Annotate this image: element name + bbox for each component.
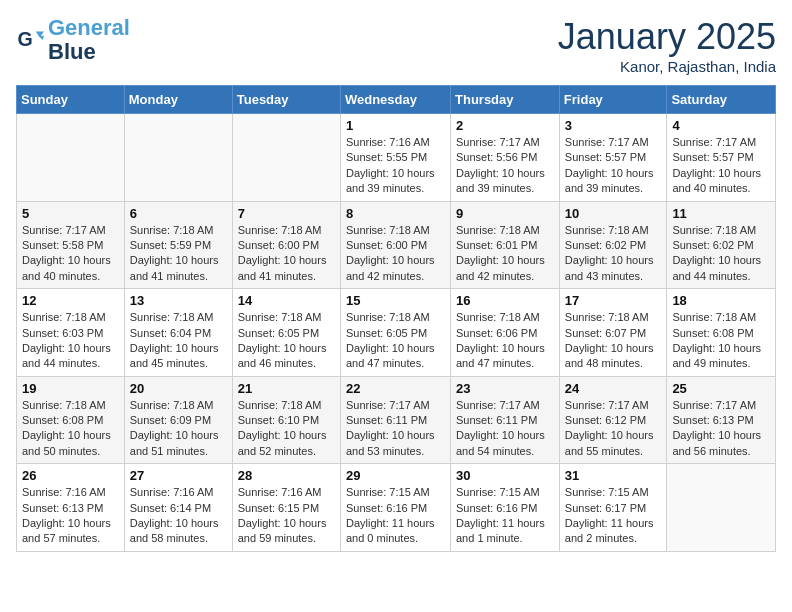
- day-number: 4: [672, 118, 770, 133]
- day-info: Sunrise: 7:18 AM Sunset: 6:07 PM Dayligh…: [565, 310, 662, 372]
- day-number: 30: [456, 468, 554, 483]
- calendar-cell: 26Sunrise: 7:16 AM Sunset: 6:13 PM Dayli…: [17, 464, 125, 552]
- header-friday: Friday: [559, 86, 667, 114]
- calendar-cell: [124, 114, 232, 202]
- day-info: Sunrise: 7:17 AM Sunset: 6:12 PM Dayligh…: [565, 398, 662, 460]
- calendar-cell: 6Sunrise: 7:18 AM Sunset: 5:59 PM Daylig…: [124, 201, 232, 289]
- day-number: 31: [565, 468, 662, 483]
- day-info: Sunrise: 7:18 AM Sunset: 6:00 PM Dayligh…: [346, 223, 445, 285]
- day-info: Sunrise: 7:18 AM Sunset: 5:59 PM Dayligh…: [130, 223, 227, 285]
- calendar-cell: [667, 464, 776, 552]
- calendar-cell: 31Sunrise: 7:15 AM Sunset: 6:17 PM Dayli…: [559, 464, 667, 552]
- calendar-cell: 11Sunrise: 7:18 AM Sunset: 6:02 PM Dayli…: [667, 201, 776, 289]
- title-block: January 2025 Kanor, Rajasthan, India: [558, 16, 776, 75]
- day-number: 8: [346, 206, 445, 221]
- day-number: 26: [22, 468, 119, 483]
- logo-text-line1: General: [48, 16, 130, 40]
- day-info: Sunrise: 7:17 AM Sunset: 5:57 PM Dayligh…: [672, 135, 770, 197]
- day-info: Sunrise: 7:16 AM Sunset: 5:55 PM Dayligh…: [346, 135, 445, 197]
- day-number: 9: [456, 206, 554, 221]
- page-header: G General Blue January 2025 Kanor, Rajas…: [16, 16, 776, 75]
- day-number: 19: [22, 381, 119, 396]
- day-number: 5: [22, 206, 119, 221]
- calendar-cell: 3Sunrise: 7:17 AM Sunset: 5:57 PM Daylig…: [559, 114, 667, 202]
- day-info: Sunrise: 7:18 AM Sunset: 6:10 PM Dayligh…: [238, 398, 335, 460]
- day-info: Sunrise: 7:15 AM Sunset: 6:17 PM Dayligh…: [565, 485, 662, 547]
- header-sunday: Sunday: [17, 86, 125, 114]
- day-number: 29: [346, 468, 445, 483]
- calendar-cell: 12Sunrise: 7:18 AM Sunset: 6:03 PM Dayli…: [17, 289, 125, 377]
- calendar-cell: 24Sunrise: 7:17 AM Sunset: 6:12 PM Dayli…: [559, 376, 667, 464]
- day-info: Sunrise: 7:15 AM Sunset: 6:16 PM Dayligh…: [456, 485, 554, 547]
- calendar-cell: 10Sunrise: 7:18 AM Sunset: 6:02 PM Dayli…: [559, 201, 667, 289]
- logo-text-line2: Blue: [48, 40, 130, 64]
- day-number: 11: [672, 206, 770, 221]
- day-info: Sunrise: 7:18 AM Sunset: 6:02 PM Dayligh…: [565, 223, 662, 285]
- calendar-cell: 14Sunrise: 7:18 AM Sunset: 6:05 PM Dayli…: [232, 289, 340, 377]
- calendar-cell: 8Sunrise: 7:18 AM Sunset: 6:00 PM Daylig…: [340, 201, 450, 289]
- calendar-cell: 18Sunrise: 7:18 AM Sunset: 6:08 PM Dayli…: [667, 289, 776, 377]
- day-number: 12: [22, 293, 119, 308]
- calendar-table: SundayMondayTuesdayWednesdayThursdayFrid…: [16, 85, 776, 552]
- calendar-cell: 22Sunrise: 7:17 AM Sunset: 6:11 PM Dayli…: [340, 376, 450, 464]
- location: Kanor, Rajasthan, India: [558, 58, 776, 75]
- svg-text:G: G: [17, 28, 32, 50]
- svg-marker-2: [38, 36, 44, 40]
- day-number: 22: [346, 381, 445, 396]
- day-info: Sunrise: 7:18 AM Sunset: 6:06 PM Dayligh…: [456, 310, 554, 372]
- day-number: 2: [456, 118, 554, 133]
- day-info: Sunrise: 7:18 AM Sunset: 6:02 PM Dayligh…: [672, 223, 770, 285]
- day-info: Sunrise: 7:16 AM Sunset: 6:14 PM Dayligh…: [130, 485, 227, 547]
- day-number: 1: [346, 118, 445, 133]
- logo-icon: G: [16, 26, 44, 54]
- day-info: Sunrise: 7:17 AM Sunset: 6:13 PM Dayligh…: [672, 398, 770, 460]
- calendar-cell: 27Sunrise: 7:16 AM Sunset: 6:14 PM Dayli…: [124, 464, 232, 552]
- calendar-week-1: 1Sunrise: 7:16 AM Sunset: 5:55 PM Daylig…: [17, 114, 776, 202]
- calendar-cell: 4Sunrise: 7:17 AM Sunset: 5:57 PM Daylig…: [667, 114, 776, 202]
- day-number: 27: [130, 468, 227, 483]
- day-info: Sunrise: 7:18 AM Sunset: 6:05 PM Dayligh…: [238, 310, 335, 372]
- header-wednesday: Wednesday: [340, 86, 450, 114]
- calendar-cell: 5Sunrise: 7:17 AM Sunset: 5:58 PM Daylig…: [17, 201, 125, 289]
- day-info: Sunrise: 7:18 AM Sunset: 6:08 PM Dayligh…: [672, 310, 770, 372]
- day-number: 13: [130, 293, 227, 308]
- header-tuesday: Tuesday: [232, 86, 340, 114]
- calendar-week-5: 26Sunrise: 7:16 AM Sunset: 6:13 PM Dayli…: [17, 464, 776, 552]
- day-info: Sunrise: 7:16 AM Sunset: 6:13 PM Dayligh…: [22, 485, 119, 547]
- calendar-cell: 21Sunrise: 7:18 AM Sunset: 6:10 PM Dayli…: [232, 376, 340, 464]
- calendar-cell: 13Sunrise: 7:18 AM Sunset: 6:04 PM Dayli…: [124, 289, 232, 377]
- day-info: Sunrise: 7:16 AM Sunset: 6:15 PM Dayligh…: [238, 485, 335, 547]
- day-info: Sunrise: 7:18 AM Sunset: 6:05 PM Dayligh…: [346, 310, 445, 372]
- calendar-cell: 23Sunrise: 7:17 AM Sunset: 6:11 PM Dayli…: [451, 376, 560, 464]
- day-number: 21: [238, 381, 335, 396]
- logo: G General Blue: [16, 16, 130, 64]
- calendar-cell: 7Sunrise: 7:18 AM Sunset: 6:00 PM Daylig…: [232, 201, 340, 289]
- day-number: 28: [238, 468, 335, 483]
- day-info: Sunrise: 7:17 AM Sunset: 6:11 PM Dayligh…: [456, 398, 554, 460]
- calendar-week-2: 5Sunrise: 7:17 AM Sunset: 5:58 PM Daylig…: [17, 201, 776, 289]
- day-info: Sunrise: 7:18 AM Sunset: 6:08 PM Dayligh…: [22, 398, 119, 460]
- calendar-cell: [232, 114, 340, 202]
- day-number: 18: [672, 293, 770, 308]
- calendar-cell: 16Sunrise: 7:18 AM Sunset: 6:06 PM Dayli…: [451, 289, 560, 377]
- day-number: 23: [456, 381, 554, 396]
- calendar-cell: 2Sunrise: 7:17 AM Sunset: 5:56 PM Daylig…: [451, 114, 560, 202]
- day-info: Sunrise: 7:18 AM Sunset: 6:01 PM Dayligh…: [456, 223, 554, 285]
- calendar-cell: 30Sunrise: 7:15 AM Sunset: 6:16 PM Dayli…: [451, 464, 560, 552]
- month-title: January 2025: [558, 16, 776, 58]
- day-info: Sunrise: 7:18 AM Sunset: 6:03 PM Dayligh…: [22, 310, 119, 372]
- day-number: 3: [565, 118, 662, 133]
- day-info: Sunrise: 7:18 AM Sunset: 6:04 PM Dayligh…: [130, 310, 227, 372]
- day-number: 6: [130, 206, 227, 221]
- calendar-header-row: SundayMondayTuesdayWednesdayThursdayFrid…: [17, 86, 776, 114]
- calendar-cell: 17Sunrise: 7:18 AM Sunset: 6:07 PM Dayli…: [559, 289, 667, 377]
- header-saturday: Saturday: [667, 86, 776, 114]
- day-number: 20: [130, 381, 227, 396]
- day-info: Sunrise: 7:17 AM Sunset: 5:56 PM Dayligh…: [456, 135, 554, 197]
- calendar-cell: [17, 114, 125, 202]
- day-info: Sunrise: 7:17 AM Sunset: 5:57 PM Dayligh…: [565, 135, 662, 197]
- calendar-cell: 1Sunrise: 7:16 AM Sunset: 5:55 PM Daylig…: [340, 114, 450, 202]
- day-number: 16: [456, 293, 554, 308]
- day-info: Sunrise: 7:17 AM Sunset: 5:58 PM Dayligh…: [22, 223, 119, 285]
- calendar-cell: 15Sunrise: 7:18 AM Sunset: 6:05 PM Dayli…: [340, 289, 450, 377]
